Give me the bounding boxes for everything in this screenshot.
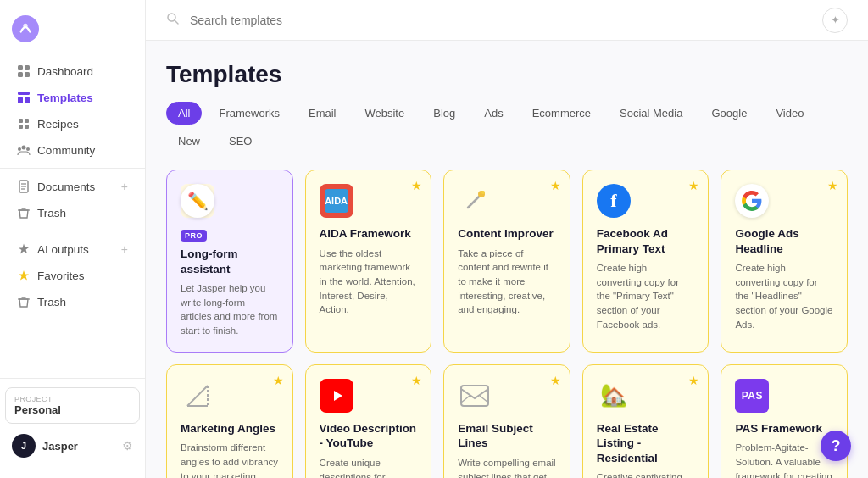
sidebar-item-dashboard[interactable]: Dashboard	[5, 58, 140, 84]
card-desc-facebook: Create high converting copy for the "Pri…	[597, 261, 695, 331]
template-card-pas[interactable]: PAS PAS Framework Problem-Agitate-Soluti…	[721, 364, 848, 478]
filter-tab-video[interactable]: Video	[764, 102, 815, 125]
filter-tab-new[interactable]: New	[166, 130, 212, 153]
filter-tab-website[interactable]: Website	[353, 102, 416, 125]
svg-rect-5	[25, 72, 30, 77]
spark-button[interactable]: ✦	[822, 8, 848, 33]
main-panel: ✦ Templates All Frameworks Email Website…	[146, 0, 868, 478]
document-icon	[17, 180, 31, 193]
sidebar-nav: Dashboard Templates Recipes Community	[0, 58, 145, 378]
star-badge: ★	[827, 179, 838, 192]
card-desc-marketing-angles: Brainstorm different angles to add vibra…	[181, 441, 279, 478]
favorites-trash-icon	[17, 295, 31, 308]
avatar: J	[12, 434, 36, 458]
card-title-long-form: Long-form assistant	[181, 247, 279, 276]
svg-rect-9	[19, 119, 23, 123]
svg-rect-11	[19, 125, 23, 129]
filter-tab-google[interactable]: Google	[699, 102, 759, 125]
card-icon-pas: PAS	[735, 379, 769, 413]
card-icon-email-subject	[458, 379, 492, 413]
template-card-real-estate[interactable]: ★ 🏡 Real Estate Listing - Residential Cr…	[582, 364, 709, 478]
template-card-email-subject[interactable]: ★ Email Subject Lines Write compelling e…	[443, 364, 570, 478]
star-badge: ★	[273, 374, 284, 387]
svg-marker-27	[334, 391, 342, 401]
card-icon-google-ads	[735, 184, 769, 218]
filter-tab-frameworks[interactable]: Frameworks	[207, 102, 292, 125]
project-name: Personal	[14, 403, 131, 416]
search-input[interactable]	[190, 14, 812, 27]
template-card-content-improver[interactable]: ★ Content Improver Take a piece of conte…	[443, 170, 570, 353]
pas-badge: PAS	[735, 379, 769, 413]
project-section-label: PROJECT	[14, 395, 131, 403]
topbar-right: ✦	[822, 8, 848, 33]
svg-point-15	[26, 147, 30, 151]
svg-line-23	[175, 20, 178, 24]
sidebar-item-templates-label: Templates	[37, 92, 93, 104]
content-area: Templates All Frameworks Email Website B…	[146, 41, 868, 478]
sidebar-item-trash[interactable]: Trash	[5, 200, 140, 225]
svg-rect-4	[18, 72, 23, 77]
template-card-aida[interactable]: ★ AIDA AIDA Framework Use the oldest mar…	[305, 170, 432, 353]
sidebar-item-templates[interactable]: Templates	[5, 85, 140, 110]
filter-tab-ads[interactable]: Ads	[472, 102, 515, 125]
template-card-video-desc[interactable]: ★ Video Description - YouTube Create uni…	[305, 364, 432, 478]
sidebar-item-documents[interactable]: Documents +	[5, 174, 140, 199]
card-desc-video-desc: Create unique descriptions for Youtube v…	[320, 456, 418, 478]
svg-line-29	[461, 396, 470, 403]
filter-tab-email[interactable]: Email	[297, 102, 348, 125]
card-desc-google-ads: Create high converting copy for the "Hea…	[735, 261, 833, 331]
settings-icon[interactable]: ⚙	[122, 439, 133, 453]
sidebar-item-documents-label: Documents	[37, 181, 95, 193]
sidebar-item-favorites-trash[interactable]: Trash	[5, 289, 140, 314]
star-badge: ★	[411, 374, 422, 387]
user-name: Jasper	[42, 440, 115, 453]
sidebar-item-ai-outputs[interactable]: AI outputs +	[5, 236, 140, 262]
svg-rect-7	[18, 97, 23, 103]
templates-icon	[17, 91, 31, 104]
sidebar: Dashboard Templates Recipes Community	[0, 0, 146, 478]
add-document-icon[interactable]: +	[121, 180, 128, 193]
filter-tab-all[interactable]: All	[166, 102, 202, 125]
svg-rect-12	[25, 125, 29, 129]
sidebar-item-community[interactable]: Community	[5, 137, 140, 163]
recipes-icon	[17, 117, 31, 131]
sidebar-item-community-label: Community	[37, 144, 95, 157]
card-desc-pas: Problem-Agitate-Solution. A valuable fra…	[735, 441, 833, 478]
svg-rect-10	[25, 119, 29, 123]
filter-tabs: All Frameworks Email Website Blog Ads Ec…	[166, 102, 848, 153]
sidebar-item-recipes-label: Recipes	[37, 118, 79, 131]
spark-icon: ✦	[831, 14, 840, 26]
filter-tab-ecommerce[interactable]: Ecommerce	[520, 102, 603, 125]
filter-tab-social-media[interactable]: Social Media	[608, 102, 694, 125]
community-icon	[17, 143, 31, 157]
card-title-video-desc: Video Description - YouTube	[320, 421, 418, 451]
svg-point-14	[18, 147, 21, 151]
help-bubble[interactable]: ?	[821, 431, 851, 461]
star-badge: ★	[550, 374, 561, 387]
card-title-real-estate: Real Estate Listing - Residential	[597, 421, 695, 466]
card-icon-long-form: ✏️	[181, 184, 214, 218]
svg-rect-8	[25, 97, 30, 103]
card-icon-video-desc	[320, 379, 353, 413]
card-desc-real-estate: Creative captivating real estate listing…	[597, 470, 695, 478]
template-grid: ✏️ PRO Long-form assistant Let Jasper he…	[166, 170, 848, 478]
card-title-google-ads: Google Ads Headline	[735, 226, 833, 256]
template-card-long-form[interactable]: ✏️ PRO Long-form assistant Let Jasper he…	[166, 170, 293, 353]
template-card-facebook[interactable]: ★ f Facebook Ad Primary Text Create high…	[582, 170, 709, 353]
card-icon-facebook: f	[597, 184, 631, 218]
sidebar-item-recipes[interactable]: Recipes	[5, 111, 140, 136]
sidebar-item-favorites[interactable]: Favorites	[5, 263, 140, 288]
card-icon-real-estate: 🏡	[597, 379, 631, 413]
template-card-marketing-angles[interactable]: ★ Marketing Angles Brainstorm different …	[166, 364, 293, 478]
sidebar-item-favorites-label: Favorites	[37, 270, 85, 282]
add-ai-output-icon[interactable]: +	[121, 242, 128, 256]
filter-tab-blog[interactable]: Blog	[421, 102, 467, 125]
svg-point-0	[12, 15, 39, 42]
app-logo[interactable]	[0, 8, 145, 58]
page-title: Templates	[166, 61, 848, 88]
project-selector[interactable]: PROJECT Personal	[5, 387, 140, 424]
card-title-email-subject: Email Subject Lines	[458, 421, 556, 451]
template-card-google-ads[interactable]: ★ Google Ads Headline Create high conver…	[721, 170, 848, 353]
svg-point-1	[23, 24, 27, 28]
filter-tab-seo[interactable]: SEO	[217, 130, 264, 153]
